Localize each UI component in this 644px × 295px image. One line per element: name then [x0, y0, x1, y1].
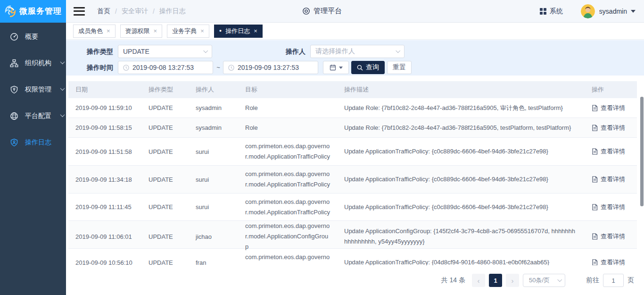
next-icon: › [512, 277, 514, 285]
avatar[interactable] [581, 4, 595, 18]
top-header: 微服务管理 首页 / 安全审计 / 操作日志 管理平台 系统 [0, 0, 644, 23]
logo-swirl-icon [4, 5, 17, 17]
query-button[interactable]: 查询 [351, 61, 385, 74]
reset-button[interactable]: 重置 [387, 61, 412, 74]
time-from-input[interactable]: 2019-09-08 13:27:53 [118, 61, 213, 74]
sidebar-item-operation-log[interactable]: 操作日志 [0, 129, 66, 156]
query-button-label: 查询 [366, 63, 379, 72]
view-detail-link[interactable]: 查看详情 [585, 249, 637, 265]
operator-select[interactable]: 请选择操作人 [310, 45, 405, 58]
table-body: 2019-09-09 11:59:10 UPDATE sysadmin Role… [68, 98, 637, 265]
view-detail-label: 查看详情 [601, 124, 625, 132]
cell-operator: surui [189, 194, 238, 220]
cell-target: com.primeton.eos.dap.governor.model.Appl… [238, 166, 337, 193]
cell-date: 2019-09-09 11:11:45 [68, 194, 141, 220]
view-detail-link[interactable]: 查看详情 [585, 221, 637, 252]
close-icon[interactable]: × [107, 28, 110, 34]
close-icon[interactable]: × [200, 28, 204, 34]
cell-description: Update Role: {7bf10c82-2c48-4e47-ad36-78… [337, 98, 585, 118]
close-icon[interactable]: × [154, 28, 157, 34]
pagination-bar: 共 14 条 ‹ 1 › 50条/页 前往 页 [66, 265, 644, 295]
page-size-value: 50条/页 [529, 276, 550, 285]
column-header-operator: 操作人 [189, 81, 238, 98]
cell-type: UPDATE [141, 118, 189, 137]
cell-type: UPDATE [141, 249, 189, 265]
cell-description: Update ApplicationTrafficPolicy: {04d8cf… [337, 249, 585, 265]
tab-label: 成员角色 [78, 27, 103, 35]
next-page-button[interactable]: › [506, 274, 519, 287]
table-row: 2019-09-09 11:59:10 UPDATE sysadmin Role… [68, 98, 637, 118]
cell-operator: sysadmin [189, 98, 238, 118]
view-detail-label: 查看详情 [601, 147, 625, 156]
chevron-down-icon [60, 86, 65, 91]
table-row: 2019-09-09 11:58:15 UPDATE sysadmin Role… [68, 118, 637, 138]
view-detail-link[interactable]: 查看详情 [585, 98, 637, 118]
view-detail-link[interactable]: 查看详情 [585, 118, 637, 137]
filter-panel: 操作类型 UPDATE 操作人 请选择操作人 操作时间 2019-09-08 1… [66, 40, 644, 76]
tab-business-dictionary[interactable]: 业务字典 × [167, 25, 209, 38]
view-detail-link[interactable]: 查看详情 [585, 138, 637, 165]
tab-label: 资源权限 [125, 27, 150, 35]
logo-text: 微服务管理 [19, 6, 62, 17]
view-detail-label: 查看详情 [601, 175, 625, 184]
cell-date: 2019-09-09 11:51:58 [68, 138, 141, 165]
breadcrumb-separator: / [153, 8, 155, 15]
reset-button-label: 重置 [393, 63, 406, 72]
cell-target: com.primeton.eos.dap.governor.model.Appl… [238, 138, 337, 165]
app-logo[interactable]: 微服务管理 [0, 0, 66, 23]
chevron-down-icon [203, 48, 208, 53]
cell-description: Update ApplicationConfigGroup: {145f2cf4… [337, 221, 585, 252]
sidebar-item-organization[interactable]: 组织机构 [0, 50, 66, 76]
sidebar-item-label: 操作日志 [25, 138, 51, 147]
sidebar-item-platform-config[interactable]: 平台配置 [0, 103, 66, 129]
operation-type-value: UPDATE [123, 48, 149, 55]
cell-target: com.primeton.eos.dap.governor.model.Appl… [238, 249, 337, 265]
sidebar-item-label: 组织机构 [25, 59, 51, 67]
time-to-input[interactable]: 2019-09-09 13:27:53 [223, 61, 318, 74]
page-number-button[interactable]: 1 [489, 274, 502, 287]
table-row: 2019-09-09 11:06:01 UPDATE jichao com.pr… [68, 221, 637, 249]
column-header-description: 操作描述 [337, 81, 585, 98]
view-detail-link[interactable]: 查看详情 [585, 166, 637, 193]
sidebar-item-permissions[interactable]: 权限管理 [0, 76, 66, 103]
user-caret-down-icon[interactable] [631, 10, 636, 13]
close-icon[interactable]: × [254, 28, 257, 34]
operation-type-label: 操作类型 [66, 45, 113, 58]
search-icon [357, 65, 363, 71]
system-menu[interactable]: 系统 [540, 7, 563, 16]
breadcrumb-separator: / [115, 8, 117, 15]
cell-date: 2019-09-09 11:58:15 [68, 118, 141, 137]
calendar-picker-button[interactable] [323, 61, 349, 74]
operation-time-label: 操作时间 [66, 61, 113, 74]
goto-page-input[interactable] [603, 274, 624, 287]
table-row: 2019-09-09 11:11:45 UPDATE surui com.pri… [68, 194, 637, 221]
cell-operator: surui [189, 138, 238, 165]
username-label[interactable]: sysadmin [599, 8, 627, 15]
tab-operation-log[interactable]: ● 操作日志 × [214, 25, 263, 38]
document-icon [592, 148, 598, 155]
tab-member-roles[interactable]: 成员角色 × [73, 25, 116, 38]
view-detail-link[interactable]: 查看详情 [585, 194, 637, 220]
platform-title: 管理平台 [302, 7, 342, 16]
operator-placeholder: 请选择操作人 [315, 47, 355, 56]
breadcrumb-security-audit[interactable]: 安全审计 [122, 7, 148, 16]
page-size-select[interactable]: 50条/页 [523, 274, 565, 287]
document-icon [592, 233, 598, 240]
cell-type: UPDATE [141, 138, 189, 165]
sidebar-item-overview[interactable]: 概要 [0, 24, 66, 50]
platform-title-label: 管理平台 [314, 7, 342, 16]
table-row: 2019-09-09 11:51:58 UPDATE surui com.pri… [68, 138, 637, 166]
breadcrumb-home[interactable]: 首页 [97, 7, 110, 16]
operation-type-select[interactable]: UPDATE [118, 45, 212, 58]
hamburger-menu-icon[interactable] [74, 7, 85, 16]
table-row: 2019-09-09 10:56:10 UPDATE fran com.prim… [68, 249, 637, 265]
cell-operator: surui [189, 166, 238, 193]
caret-down-icon [339, 67, 343, 69]
vertical-scrollbar[interactable] [640, 97, 644, 206]
cell-target: com.primeton.eos.dap.governor.model.Appl… [238, 221, 337, 252]
grid-icon [540, 8, 546, 15]
prev-page-button[interactable]: ‹ [472, 274, 485, 287]
view-detail-label: 查看详情 [601, 232, 625, 241]
tab-resource-permissions[interactable]: 资源权限 × [120, 25, 163, 38]
page-suffix-label: 页 [627, 276, 634, 285]
